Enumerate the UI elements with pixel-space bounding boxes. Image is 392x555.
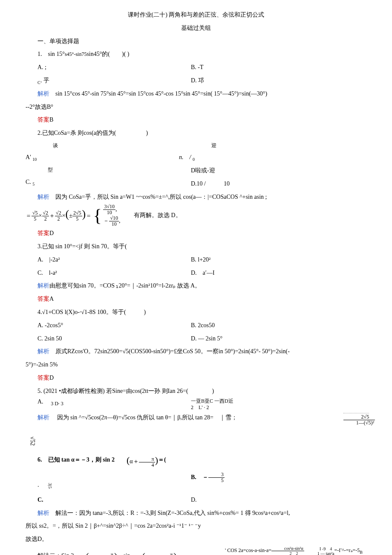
q2-opts-row1: 谈 A' 10 迎 n. / 0 [26, 140, 366, 164]
eq-brace: { [93, 206, 102, 224]
q6-an3: 故选D。 [26, 533, 366, 546]
q1-c-sub: C [37, 80, 40, 85]
q2-analysis-text: 因为 CoSa=乎，所以 Sin a=W1 ~~cos%=±=^,所以 cos(… [49, 194, 267, 200]
q6-pa: α＋ [130, 458, 138, 465]
q4-analysis-text: 原式RZcos'O。72sin2500=√5(COS500-sin50°)=£坐… [49, 348, 290, 355]
q1-analysis: 解析 sin 15°cos 45°-sin 75°sin 45°=sin 15°… [26, 87, 366, 101]
q2-a-top: 谈 [41, 140, 179, 151]
q6-stem: 6. 已知 tan α＝－3，则 sin 2(α＋π4)＝( [26, 450, 366, 471]
q6-an1-text: 解法一：因为 tana=-3,所以：R：=-3,则 Sin(Z=-3CoSa,代… [49, 510, 290, 516]
analysis-label: 解析 [37, 282, 49, 289]
q6-r1: ' COS 2a=cos-a-sin-a= [225, 547, 271, 553]
q4-analysis: 解析 原式RZcos'O。72sin2500=√5(COS500-sin50°)… [26, 345, 366, 358]
q2-opt-a: 谈 A' 10 [26, 140, 179, 164]
q1-analysis-tail: --2°故选B° [26, 101, 366, 114]
q3-opts-row2: C. l-a² D. a′—I [26, 267, 366, 280]
q4-stem: 4.√1+COS l(X)o-·√1-8S 100。等于( ) [26, 306, 366, 319]
q1-stem-post: sin45°的( )( ) [86, 51, 129, 57]
q5-tail-sym: √52 [26, 424, 39, 437]
q4-opt-b: B. 2cos50 [179, 319, 366, 332]
q1-answer-text: B [49, 116, 53, 123]
q6-r3p: =-Γ^-=rₐ=-5 [334, 547, 360, 553]
eq-rhs: 3√1010, －√1010, [103, 204, 120, 227]
q6-an2: 所以 ss2。=，所以 Sin 2｜β+^=sin^2β÷^｜=cos 2a=2… [26, 520, 366, 533]
analysis-label: 解析 [37, 194, 49, 200]
q5-analysis-text: 因为 sin ^=√5cos(2π—θ)=√5cos 仇所以 tan θ=｜β,… [49, 414, 237, 421]
q1-opts-row2: C. 乎 D. 邛 [26, 74, 366, 87]
page-subtitle: 基础过关组 [26, 22, 366, 35]
q6-r2d: 2 2 [271, 551, 304, 555]
q2-answer: 答案D [26, 227, 366, 240]
q3-answer-text: A [49, 296, 54, 302]
eq-lhs: ＝√55×√22＋√22×(±2√55)＝ [26, 209, 92, 222]
q6-c-text: C. [37, 497, 43, 503]
q2-opt-c: 型 C. 5 [26, 164, 179, 191]
q2-c-sub: 5 [32, 181, 35, 186]
q6-a-pre: · [37, 483, 45, 490]
q1-c-text: . 乎 [40, 77, 49, 84]
q5-stem: 5. (2021 •成都诊断性检测) 若Sine=由cos(2tt一孙 则Ian… [26, 385, 366, 398]
q3-opt-d: D. a′—I [179, 267, 366, 280]
answer-label: 答案 [37, 230, 49, 236]
q5-right-frac: 2√51—(√5)² [343, 411, 375, 427]
q6-stem-pre: 6. 已知 tan α＝－3，则 sin 2 [37, 457, 115, 463]
q2-opt-d: D啦或-迎 D.10 / 10 [179, 164, 366, 191]
q2-opt-b: 迎 n. / 0 [179, 140, 366, 164]
q1-opts-row1: A. ; B. -T [26, 61, 366, 74]
q4-answer: 答案D [26, 372, 366, 385]
q5-opt-right: 一亚B亚C 一西D近 2 L' · 2 [179, 398, 366, 411]
q2-stem: 2.已知CoSa=杀 则cos(a的值为( ) [26, 127, 366, 140]
q4-opts-row2: C. 2sin 50 D. — 2sin 5° [26, 332, 366, 346]
q6-pi-n: π [139, 456, 155, 462]
q6-r3n: 1 — tan²a [306, 551, 334, 555]
q6-an4-mid: ＝sin [117, 552, 130, 555]
q6-an4-row: 解法二：Sin 2(α＋π4)＝sin(2α＋π2) ' COS 2a=cos-… [26, 546, 366, 555]
q4-opt-c: C. 2sin 50 [26, 332, 179, 346]
q6-an1: 解析 解法一：因为 tana=-3,所以：R：=-3,则 Sin(Z=-3CoS… [26, 507, 366, 520]
q5-b-top: 一亚B亚C 一西D近 [179, 398, 366, 405]
q4-opts-row1: A. -2cos5° B. 2cos50 [26, 319, 366, 332]
q1-answer: 答案B [26, 113, 366, 127]
answer-label: 答案 [37, 375, 49, 381]
q2-b-top: 迎 [199, 140, 366, 151]
q3-analysis: 解析由慰意可知sin 70。=COS ₁20°=｜-2sin²10°=l-2zr… [26, 279, 366, 293]
section-heading: 一、单项选择题 [26, 35, 366, 48]
q4-opt-a: A. -2cos5° [26, 319, 179, 332]
q6-stem-post: ＝( [158, 457, 166, 463]
q2-answer-text: D [49, 230, 54, 236]
answer-label: 答案 [37, 116, 49, 123]
q6-pi-d: 4 [139, 462, 155, 468]
q3-answer: 答案A [26, 293, 366, 306]
q5-a-mid: 3 D· 3 [51, 400, 63, 406]
q6-opt-d: D. [179, 494, 366, 507]
q5-b-bot: 2 L' · 2 [179, 404, 366, 411]
q6-opts-row1: · 3|5 B. －35 [26, 471, 366, 494]
q3-opt-b: B. l+20² [179, 253, 366, 267]
analysis-label: 解析 [37, 90, 49, 97]
q6-b-pre: B. － [191, 474, 208, 480]
analysis-label: 解析 [37, 414, 49, 421]
q3-opt-c: C. l-a² [26, 267, 179, 280]
q2-b-sub: 0 [193, 157, 195, 162]
q2-c-top: 型 [36, 164, 179, 175]
q5-opts-row: A. 3 D· 3 一亚B亚C 一西D近 2 L' · 2 [26, 398, 366, 411]
analysis-label: 解析 [37, 348, 49, 355]
q6-opt-b: B. －35 [179, 471, 366, 494]
answer-label: 答案 [37, 296, 49, 302]
q2-d2-text: D.10 / 10 [179, 177, 366, 191]
q6-an4-p2: (2α＋π2) [130, 546, 177, 555]
q1-opt-d: D. 邛 [179, 74, 366, 87]
q2-opts-row2: 型 C. 5 D啦或-迎 D.10 / 10 [26, 164, 366, 191]
q6-b-d: 5 [208, 478, 225, 483]
q6-an4-pre: 解法二：Sin 2 [37, 552, 74, 555]
q5-rfrac-n: 2√5 [343, 414, 375, 420]
q3-stem: 3.已知 sin 10°=<jf 则 Sin 70。等于( [26, 240, 366, 253]
q2-a-sub: 10 [32, 157, 37, 162]
q2-d-text: D啦或-迎 [179, 164, 366, 177]
q5-a-pre: A. [37, 398, 49, 405]
q1-opt-a: A. ; [26, 61, 179, 74]
q1-analysis-text: sin 15°cos 45°-sin 75°sin 45°=sin 15°cos… [49, 90, 267, 97]
q2-analysis: 解析 因为 CoSa=乎，所以 Sin a=W1 ~~cos%=±=^,所以 c… [26, 191, 366, 204]
q2-a-pre: A [26, 154, 30, 160]
q2-tail: 有两解。故选 D。 [122, 212, 182, 218]
